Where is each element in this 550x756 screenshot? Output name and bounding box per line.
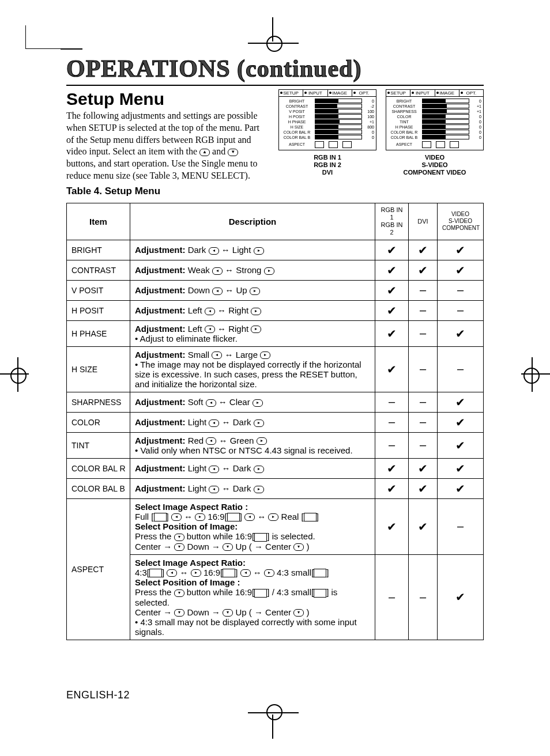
crop-mark-left — [0, 357, 29, 392]
col-dvi: DVI — [409, 203, 438, 240]
intro-text: The following adjustments and settings a… — [66, 110, 269, 182]
support-cell: ✔ — [438, 432, 484, 458]
support-cell: – — [375, 412, 409, 432]
support-cell: ✔ — [438, 392, 484, 412]
setup-menu-table: Item Description RGB IN 1RGB IN 2 DVI VI… — [66, 203, 484, 640]
crop-mark-bottom — [248, 715, 299, 739]
desc-cell: Adjustment: Small ◂ ↔ Large ▸• The image… — [130, 346, 375, 392]
down-button-icon: ▼ — [228, 149, 238, 156]
desc-cell: Adjustment: Dark ◂ ↔ Light ▸ — [130, 240, 375, 260]
support-cell: – — [438, 498, 484, 554]
item-cell: H SIZE — [67, 346, 130, 392]
support-cell: – — [409, 412, 438, 432]
support-cell: – — [438, 346, 484, 392]
manual-page: OPERATIONS (continued) Setup Menu The fo… — [0, 0, 550, 756]
corner-mark — [25, 25, 61, 49]
col-video: VIDEOS-VIDEOCOMPONENT — [438, 203, 484, 240]
divider — [66, 85, 484, 86]
support-cell: ✔ — [375, 320, 409, 346]
item-cell: COLOR — [67, 412, 130, 432]
crop-mark-top — [248, 17, 299, 41]
support-cell: ✔ — [375, 300, 409, 320]
support-cell: ✔ — [375, 478, 409, 498]
support-cell: ✔ — [409, 458, 438, 478]
page-number: ENGLISH-12 — [66, 689, 130, 701]
support-cell: ✔ — [438, 260, 484, 280]
support-cell: ✔ — [409, 260, 438, 280]
desc-cell: Adjustment: Down ◂ ↔ Up ▸ — [130, 280, 375, 300]
support-cell: ✔ — [438, 412, 484, 432]
item-cell: ASPECT — [67, 498, 130, 640]
item-cell: H PHASE — [67, 320, 130, 346]
support-cell: – — [409, 280, 438, 300]
table-caption: Table 4. Setup Menu — [66, 186, 269, 197]
support-cell: ✔ — [375, 458, 409, 478]
support-cell: – — [438, 300, 484, 320]
col-rgb: RGB IN 1RGB IN 2 — [375, 203, 409, 240]
item-cell: BRIGHT — [67, 240, 130, 260]
support-cell: ✔ — [375, 498, 409, 554]
support-cell: – — [375, 392, 409, 412]
desc-cell: Select Image Aspect Ratio:4:3[] ◂ ↔ ▸ 16… — [130, 554, 375, 640]
page-title: OPERATIONS (continued) — [66, 55, 484, 82]
desc-cell: Adjustment: Left ◂ ↔ Right ▸• Adjust to … — [130, 320, 375, 346]
desc-cell: Adjustment: Light ◂ ↔ Dark ▸ — [130, 458, 375, 478]
desc-cell: Select Image Aspect Ratio :Full [] ◂ ↔ ▸… — [130, 498, 375, 554]
support-cell: – — [409, 554, 438, 640]
support-cell: – — [409, 392, 438, 412]
item-cell: H POSIT — [67, 300, 130, 320]
support-cell: ✔ — [438, 320, 484, 346]
support-cell: ✔ — [409, 498, 438, 554]
support-cell: – — [409, 320, 438, 346]
support-cell: ✔ — [409, 478, 438, 498]
support-cell: ✔ — [438, 554, 484, 640]
item-cell: CONTRAST — [67, 260, 130, 280]
support-cell: – — [438, 280, 484, 300]
item-cell: TINT — [67, 432, 130, 458]
section-heading: Setup Menu — [66, 89, 269, 109]
osd-caption-video: VIDEOS-VIDEOCOMPONENT VIDEO — [386, 154, 484, 177]
item-cell: V POSIT — [67, 280, 130, 300]
support-cell: ✔ — [375, 240, 409, 260]
support-cell: ✔ — [375, 260, 409, 280]
support-cell: ✔ — [438, 478, 484, 498]
desc-cell: Adjustment: Soft ◂ ↔ Clear ▸ — [130, 392, 375, 412]
desc-cell: Adjustment: Light ◂ ↔ Dark ▸ — [130, 412, 375, 432]
support-cell: ✔ — [438, 240, 484, 260]
osd-screenshot-video: SETUPINPUTIMAGEOPT. BRIGHT0CONTRAST+1SHA… — [386, 89, 484, 197]
osd-caption-rgb: RGB IN 1RGB IN 2DVI — [278, 154, 376, 177]
support-cell: – — [375, 554, 409, 640]
support-cell: – — [375, 432, 409, 458]
support-cell: ✔ — [438, 458, 484, 478]
crop-mark-right — [521, 357, 550, 392]
item-cell: COLOR BAL R — [67, 458, 130, 478]
support-cell: – — [409, 432, 438, 458]
support-cell: – — [409, 346, 438, 392]
item-cell: SHARPNESS — [67, 392, 130, 412]
support-cell: ✔ — [375, 280, 409, 300]
col-item: Item — [67, 203, 130, 240]
desc-cell: Adjustment: Left ◂ ↔ Right ▸ — [130, 300, 375, 320]
desc-cell: Adjustment: Red ◂ ↔ Green ▸• Valid only … — [130, 432, 375, 458]
desc-cell: Adjustment: Light ◂ ↔ Dark ▸ — [130, 478, 375, 498]
osd-screenshot-rgb: SETUPINPUTIMAGEOPT. BRIGHT0CONTRAST-2V P… — [278, 89, 376, 197]
support-cell: ✔ — [409, 240, 438, 260]
support-cell: ✔ — [375, 346, 409, 392]
up-button-icon: ▲ — [199, 149, 210, 156]
desc-cell: Adjustment: Weak ◂ ↔ Strong ▸ — [130, 260, 375, 280]
col-description: Description — [130, 203, 375, 240]
item-cell: COLOR BAL B — [67, 478, 130, 498]
support-cell: – — [409, 300, 438, 320]
